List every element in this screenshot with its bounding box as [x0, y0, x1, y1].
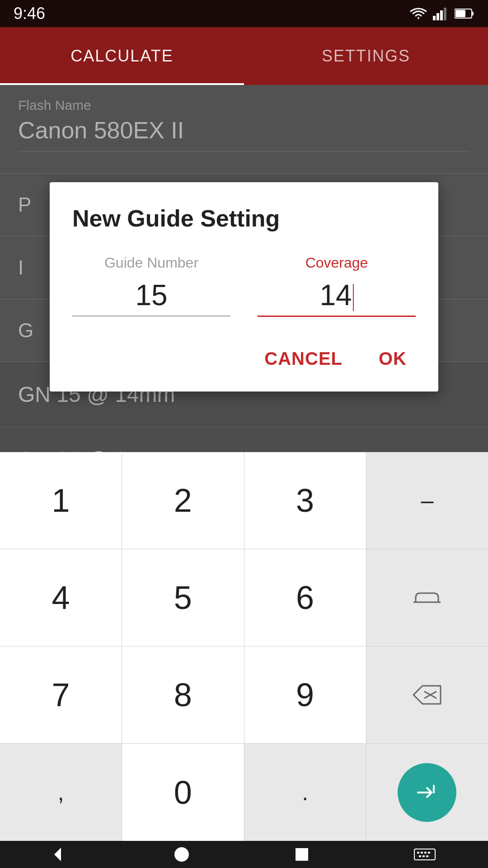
nav-home[interactable] [174, 846, 190, 863]
svg-rect-17 [424, 852, 427, 854]
enter-icon [413, 781, 441, 804]
svg-rect-13 [296, 848, 308, 861]
nav-back[interactable] [52, 845, 70, 863]
dialog-backdrop: New Guide Setting Guide Number 15 Covera… [0, 85, 488, 488]
key-9[interactable]: 9 [244, 646, 366, 743]
new-guide-dialog: New Guide Setting Guide Number 15 Covera… [50, 182, 438, 392]
svg-rect-1 [436, 13, 439, 20]
status-time: 9:46 [14, 4, 45, 23]
keyboard-icon [413, 846, 436, 863]
ok-button[interactable]: OK [370, 344, 416, 373]
key-period[interactable]: . [244, 744, 366, 841]
nav-keyboard[interactable] [413, 846, 436, 863]
action-key-circle [398, 763, 456, 822]
space-icon [413, 589, 441, 607]
wifi-icon [409, 7, 427, 20]
svg-rect-21 [426, 855, 428, 857]
backspace-icon [411, 684, 443, 706]
cancel-button[interactable]: CANCEL [255, 344, 352, 373]
svg-point-12 [174, 847, 189, 862]
status-icons [409, 7, 474, 20]
tab-calculate[interactable]: CALCULATE [0, 27, 244, 85]
tab-settings-label: SETTINGS [322, 47, 410, 66]
keyboard-row-4: , 0 . [0, 744, 488, 841]
home-icon [174, 846, 190, 863]
dialog-title: New Guide Setting [72, 205, 416, 232]
svg-rect-15 [417, 852, 419, 854]
nav-bar [0, 841, 488, 868]
svg-rect-0 [433, 16, 436, 20]
tab-calculate-label: CALCULATE [70, 47, 173, 66]
svg-rect-6 [455, 10, 465, 17]
back-icon [52, 845, 70, 863]
key-6[interactable]: 6 [244, 549, 366, 646]
key-backspace[interactable] [366, 646, 488, 743]
key-space[interactable] [366, 549, 488, 646]
svg-rect-20 [422, 855, 425, 857]
guide-number-field[interactable]: Guide Number 15 [72, 255, 230, 317]
dialog-fields: Guide Number 15 Coverage 14 [72, 255, 416, 317]
svg-rect-16 [421, 852, 423, 854]
keyboard-row-3: 7 8 9 [0, 646, 488, 744]
app-bar: CALCULATE SETTINGS [0, 27, 488, 85]
guide-number-value[interactable]: 15 [72, 278, 230, 316]
svg-rect-3 [444, 8, 446, 20]
keyboard-row-2: 4 5 6 [0, 549, 488, 646]
signal-icon [433, 7, 449, 20]
svg-rect-14 [414, 849, 435, 860]
key-5[interactable]: 5 [122, 549, 244, 646]
nav-recents[interactable] [294, 846, 310, 863]
status-bar: 9:46 [0, 0, 488, 27]
battery-icon [455, 8, 474, 19]
coverage-value[interactable]: 14 [258, 278, 416, 317]
key-4[interactable]: 4 [0, 549, 122, 646]
svg-marker-11 [54, 848, 61, 861]
key-action[interactable] [366, 744, 488, 841]
svg-rect-2 [440, 10, 443, 20]
keyboard: 1 2 3 – 4 5 6 7 8 9 , 0 . [0, 452, 488, 841]
guide-number-label: Guide Number [104, 255, 198, 271]
key-8[interactable]: 8 [122, 646, 244, 743]
key-7[interactable]: 7 [0, 646, 122, 743]
tab-settings[interactable]: SETTINGS [244, 27, 488, 85]
coverage-label: Coverage [305, 255, 368, 271]
svg-rect-19 [419, 855, 421, 857]
text-cursor [353, 284, 354, 311]
recents-icon [294, 846, 310, 863]
key-0[interactable]: 0 [122, 744, 244, 841]
key-comma[interactable]: , [0, 744, 122, 841]
coverage-field[interactable]: Coverage 14 [258, 255, 416, 317]
dialog-actions: CANCEL OK [72, 344, 416, 373]
svg-rect-18 [428, 852, 430, 854]
svg-rect-5 [472, 12, 474, 15]
